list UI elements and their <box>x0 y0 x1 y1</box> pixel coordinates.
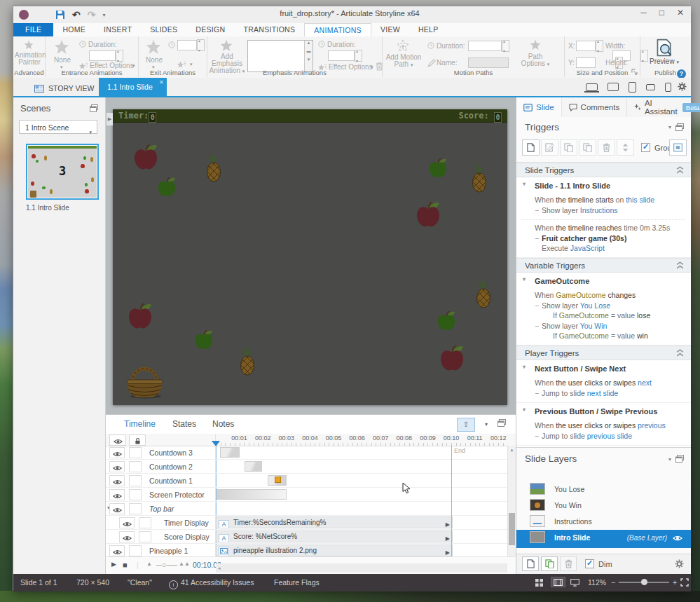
entrance-duration-spinner[interactable] <box>116 50 123 62</box>
add-motion-path-button[interactable]: Add MotionPath ▾ <box>384 54 423 69</box>
show-all-eye-button[interactable] <box>109 435 126 446</box>
layers-panel-icon[interactable] <box>675 455 684 463</box>
timeline-object-bar[interactable] <box>245 461 262 472</box>
object-name[interactable]: Top bar <box>149 505 174 513</box>
section-collapse-icon[interactable] <box>676 349 684 357</box>
tab-notes[interactable]: Notes <box>212 419 234 429</box>
motion-name-field[interactable] <box>468 57 509 68</box>
exit-duration-field[interactable] <box>177 40 197 50</box>
status-feature-flags[interactable]: Feature Flags <box>274 578 320 587</box>
exit-duration-spinner[interactable] <box>197 39 205 51</box>
lock-checkbox[interactable] <box>129 489 142 500</box>
scenes-panel-icon[interactable] <box>90 104 98 112</box>
slide-view-icon[interactable] <box>551 577 565 587</box>
timeline-ruler[interactable]: 00:0100:0200:0300:0400:0500:0600:0700:08… <box>106 434 516 446</box>
ribbon-tab-insert[interactable]: INSERT <box>95 23 141 36</box>
trigger-link[interactable]: You Lose <box>580 301 610 310</box>
delete-layer-button[interactable] <box>560 556 577 571</box>
tab-ai-assistant[interactable]: AI Assistant Beta <box>627 97 700 117</box>
lock-checkbox[interactable] <box>129 447 142 458</box>
timeline-object-bar[interactable] <box>220 447 240 458</box>
slide-top-bar[interactable] <box>113 109 507 123</box>
layer-row-you-win[interactable]: You Win <box>516 498 691 514</box>
visibility-eye-button[interactable] <box>119 531 135 542</box>
timeline-zoom-slider[interactable]: ─○── <box>156 561 177 569</box>
ribbon-tab-animations[interactable]: ANIMATIONS <box>304 23 371 36</box>
visibility-eye-button[interactable] <box>109 489 125 500</box>
phone-portrait-icon[interactable] <box>665 83 671 92</box>
basket-graphic[interactable] <box>125 357 165 399</box>
motion-duration-field[interactable] <box>468 41 502 51</box>
emphasis-list-scrollbar[interactable]: ▲▬▼ <box>304 41 313 71</box>
lock-all-button[interactable] <box>129 435 146 446</box>
ribbon-tab-file[interactable]: FILE <box>13 23 53 36</box>
apple-green-graphic[interactable] <box>437 311 455 331</box>
apple-red-graphic[interactable] <box>440 346 464 371</box>
ribbon-tab-view[interactable]: VIEW <box>371 23 409 36</box>
new-layer-button[interactable] <box>522 556 539 571</box>
layer-row-you-lose[interactable]: You Lose <box>516 481 691 498</box>
zoom-slider-thumb[interactable] <box>641 579 647 585</box>
grid-view-icon[interactable] <box>535 579 543 587</box>
layer-row-instructions[interactable]: Instructions <box>516 514 691 530</box>
emphasis-duration-spinner[interactable] <box>355 50 362 62</box>
visibility-eye-button[interactable] <box>109 475 125 486</box>
object-name[interactable]: Screen Protector <box>149 491 205 499</box>
object-name[interactable]: Score Display <box>164 533 210 541</box>
timeline-vertical-scrollbar[interactable]: ▲ <box>507 446 516 558</box>
scrollbar-up-icon[interactable]: ▲ <box>508 446 516 454</box>
phone-landscape-icon[interactable] <box>646 84 655 90</box>
timeline-object-bar[interactable]: AScore: %NetScore%▶ <box>216 531 453 542</box>
player-settings-gear-icon[interactable] <box>678 82 687 91</box>
minimize-button[interactable]: ─ <box>640 8 647 18</box>
edit-trigger-button[interactable] <box>541 139 558 156</box>
object-name[interactable]: Countdown 1 <box>149 477 193 485</box>
motion-duration-spinner[interactable] <box>502 40 509 52</box>
save-icon[interactable] <box>55 10 65 20</box>
section-collapse-icon[interactable] <box>676 166 684 175</box>
lock-checkbox[interactable] <box>139 517 151 528</box>
trigger-link[interactable]: previous slide <box>587 432 632 440</box>
slide-thumbnail[interactable]: 3 <box>26 144 99 200</box>
ribbon-tab-transitions[interactable]: TRANSITIONS <box>234 23 304 36</box>
timeline-object-bar[interactable]: ATimer:%SecondsRemaining%▶ <box>216 517 453 528</box>
trigger-group-title[interactable]: ▾Slide - 1.1 Intro Slide <box>516 177 691 192</box>
laptop-preview-icon[interactable] <box>586 83 598 91</box>
animation-painter-button[interactable]: Animation Painter <box>15 52 44 66</box>
timeline-fit-button[interactable]: ⇧ <box>457 418 475 432</box>
trigger-group-title[interactable]: ▾GameOutcome <box>516 273 691 287</box>
stop-button[interactable]: ■ <box>123 561 128 569</box>
trigger-link[interactable]: next <box>638 378 652 387</box>
visibility-eye-button[interactable] <box>109 461 125 472</box>
pineapple-graphic[interactable] <box>239 346 256 376</box>
ribbon-tab-slides[interactable]: SLIDES <box>141 23 186 36</box>
tab-story-view[interactable]: STORY VIEW <box>29 81 99 96</box>
timeline-object-bar[interactable] <box>217 489 287 500</box>
path-options-button[interactable]: PathOptions ▾ <box>517 53 554 68</box>
zoom-out-button[interactable]: ▲ <box>146 561 152 567</box>
scenes-collapse-handle[interactable]: ▶ <box>107 113 113 125</box>
apple-red-graphic[interactable] <box>134 144 158 170</box>
trigger-link[interactable]: previous <box>638 421 666 430</box>
section-header-slide-triggers[interactable]: Slide Triggers <box>516 163 691 177</box>
tab-timeline[interactable]: Timeline <box>124 419 156 429</box>
apple-red-graphic[interactable] <box>128 303 152 329</box>
object-name[interactable]: Countdown 3 <box>149 449 193 457</box>
tab-comments[interactable]: Comments <box>562 97 628 117</box>
trigger-link[interactable]: this slide <box>626 196 654 204</box>
redo-icon[interactable]: ↷ <box>88 10 96 20</box>
emphasis-duration-field[interactable] <box>328 50 355 61</box>
visibility-eye-button[interactable] <box>109 545 125 556</box>
visibility-eye-button[interactable] <box>109 503 125 514</box>
exit-none-dropdown[interactable]: None <box>143 56 165 64</box>
lock-checkbox[interactable] <box>129 503 142 514</box>
trigger-link[interactable]: JavaScript <box>570 244 605 252</box>
qat-dropdown-icon[interactable]: ▾ <box>102 12 105 18</box>
slide-stage[interactable]: Timer:0 Score: 0 <box>113 109 507 405</box>
presenter-view-icon[interactable] <box>570 579 579 587</box>
paste-trigger-button[interactable] <box>579 139 596 156</box>
layers-collapse-caret-icon[interactable]: ▾ <box>668 456 671 463</box>
timeline-horizontal-scrollbar[interactable]: ◂ <box>216 563 507 573</box>
timeline-object-bar[interactable]: pineapple illustration 2.png▶ <box>216 545 453 556</box>
tab-slide[interactable]: Slide <box>516 97 562 117</box>
